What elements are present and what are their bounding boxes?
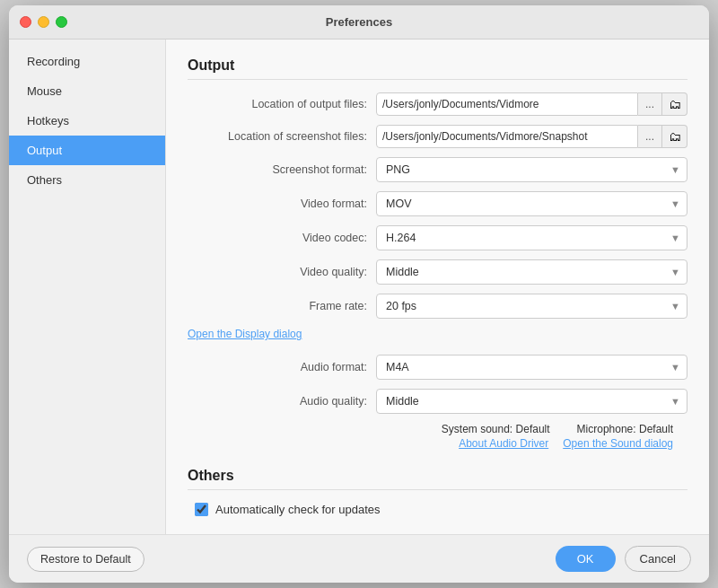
- sidebar-item-hotkeys[interactable]: Hotkeys: [9, 106, 165, 136]
- output-files-path-input[interactable]: [376, 92, 638, 116]
- maximize-button[interactable]: [56, 16, 67, 28]
- system-sound-value: Default: [516, 423, 550, 435]
- screenshot-files-folder-button[interactable]: 🗂: [662, 125, 687, 148]
- preferences-window: Preferences Recording Mouse Hotkeys Outp…: [9, 5, 709, 583]
- title-bar: Preferences: [9, 5, 709, 39]
- output-files-dots-button[interactable]: ...: [638, 92, 662, 116]
- screenshot-format-label: Screenshot format:: [188, 163, 367, 176]
- open-sound-dialog-link[interactable]: Open the Sound dialog: [563, 437, 673, 450]
- output-files-folder-button[interactable]: 🗂: [662, 92, 687, 116]
- sidebar-item-others[interactable]: Others: [9, 165, 165, 195]
- auto-check-row: Automatically check for updates: [195, 503, 687, 516]
- video-codec-row: Video codec: H.264 H.265 MPEG-4 ▼: [188, 225, 687, 250]
- audio-quality-row: Audio quality: Highest High Middle Low L…: [188, 389, 687, 414]
- about-audio-driver-link[interactable]: About Audio Driver: [459, 437, 548, 450]
- frame-rate-label: Frame rate:: [188, 300, 367, 312]
- system-sound-status: System sound: Default: [442, 423, 550, 435]
- window-title: Preferences: [326, 15, 392, 29]
- frame-rate-select-wrapper: 60 fps 30 fps 20 fps 15 fps 5 fps ▼: [376, 294, 687, 319]
- screenshot-format-row: Screenshot format: PNG JPG BMP GIF ▼: [188, 157, 687, 182]
- frame-rate-select[interactable]: 60 fps 30 fps 20 fps 15 fps 5 fps: [376, 294, 687, 319]
- video-format-select[interactable]: MOV MP4 AVI FLV TS: [376, 191, 687, 216]
- screenshot-format-select-wrapper: PNG JPG BMP GIF ▼: [376, 157, 687, 182]
- audio-format-label: Audio format:: [188, 361, 367, 373]
- cancel-button[interactable]: Cancel: [625, 546, 691, 572]
- footer-right: OK Cancel: [556, 546, 691, 572]
- microphone-value: Default: [639, 423, 673, 435]
- sidebar: Recording Mouse Hotkeys Output Others: [9, 39, 166, 534]
- video-codec-select-wrapper: H.264 H.265 MPEG-4 ▼: [376, 225, 687, 250]
- folder-icon: 🗂: [669, 129, 681, 144]
- audio-quality-select-wrapper: Highest High Middle Low Lowest ▼: [376, 389, 687, 414]
- video-codec-select[interactable]: H.264 H.265 MPEG-4: [376, 225, 687, 250]
- screenshot-files-label: Location of screenshot files:: [188, 130, 367, 143]
- microphone-status: Microphone: Default: [577, 423, 673, 435]
- screenshot-files-dots-button[interactable]: ...: [638, 125, 662, 148]
- ok-button[interactable]: OK: [556, 546, 616, 572]
- audio-format-select-wrapper: M4A MP3 AAC WMA FLAC ▼: [376, 355, 687, 380]
- sidebar-item-output[interactable]: Output: [9, 136, 165, 165]
- screenshot-files-input-group: ... 🗂: [376, 125, 687, 148]
- close-button[interactable]: [20, 16, 31, 28]
- audio-section: Audio format: M4A MP3 AAC WMA FLAC ▼: [188, 355, 687, 450]
- open-display-dialog-link[interactable]: Open the Display dialog: [188, 328, 302, 340]
- screenshot-format-select[interactable]: PNG JPG BMP GIF: [376, 157, 687, 182]
- output-section-title: Output: [188, 57, 687, 80]
- others-section-title: Others: [188, 468, 687, 490]
- output-files-input-group: ... 🗂: [376, 92, 687, 116]
- folder-icon: 🗂: [669, 97, 681, 111]
- open-display-dialog-row: Open the Display dialog: [188, 328, 687, 340]
- audio-format-select[interactable]: M4A MP3 AAC WMA FLAC: [376, 355, 687, 380]
- audio-status-row: System sound: Default Microphone: Defaul…: [188, 423, 687, 435]
- video-quality-label: Video quality:: [188, 266, 367, 278]
- sidebar-item-mouse[interactable]: Mouse: [9, 76, 165, 106]
- output-files-label: Location of output files:: [188, 98, 367, 110]
- video-codec-label: Video codec:: [188, 232, 367, 244]
- audio-format-row: Audio format: M4A MP3 AAC WMA FLAC ▼: [188, 355, 687, 380]
- auto-check-checkbox[interactable]: [195, 503, 208, 516]
- system-sound-label: System sound:: [442, 423, 512, 435]
- main-content: Output Location of output files: ... 🗂 L…: [166, 39, 709, 534]
- screenshot-files-path-input[interactable]: [376, 125, 638, 148]
- video-format-label: Video format:: [188, 197, 367, 210]
- others-section: Others Automatically check for updates: [188, 468, 687, 516]
- minimize-button[interactable]: [38, 16, 49, 28]
- microphone-label: Microphone:: [577, 423, 636, 435]
- audio-quality-label: Audio quality:: [188, 395, 367, 408]
- restore-to-default-button[interactable]: Restore to Default: [27, 547, 144, 572]
- footer: Restore to Default OK Cancel: [9, 534, 709, 583]
- video-format-row: Video format: MOV MP4 AVI FLV TS ▼: [188, 191, 687, 216]
- video-format-select-wrapper: MOV MP4 AVI FLV TS ▼: [376, 191, 687, 216]
- output-files-row: Location of output files: ... 🗂: [188, 92, 687, 116]
- auto-check-label[interactable]: Automatically check for updates: [215, 503, 381, 516]
- video-quality-select[interactable]: Highest High Middle Low Lowest: [376, 259, 687, 285]
- video-quality-row: Video quality: Highest High Middle Low L…: [188, 259, 687, 285]
- video-quality-select-wrapper: Highest High Middle Low Lowest ▼: [376, 259, 687, 285]
- frame-rate-row: Frame rate: 60 fps 30 fps 20 fps 15 fps …: [188, 294, 687, 319]
- traffic-lights: [20, 16, 67, 28]
- content-area: Recording Mouse Hotkeys Output Others Ou…: [9, 39, 709, 534]
- audio-quality-select[interactable]: Highest High Middle Low Lowest: [376, 389, 687, 414]
- audio-links-row: About Audio Driver Open the Sound dialog: [188, 437, 687, 450]
- sidebar-item-recording[interactable]: Recording: [9, 47, 165, 76]
- screenshot-files-row: Location of screenshot files: ... 🗂: [188, 125, 687, 148]
